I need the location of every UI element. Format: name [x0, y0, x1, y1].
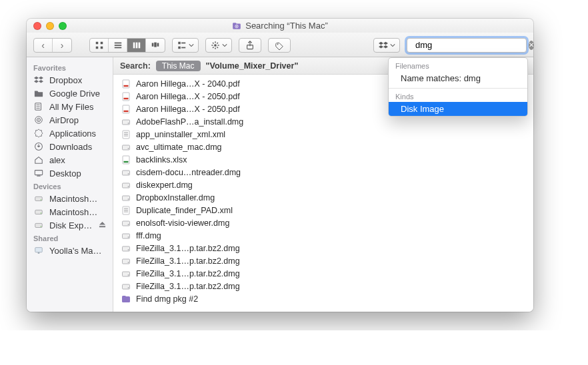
svg-point-86: [128, 262, 129, 263]
svg-rect-5: [95, 41, 98, 44]
sidebar-item-google-drive[interactable]: Google Drive: [27, 87, 113, 100]
file-row[interactable]: Duplicate_finder_PAD.xml: [113, 204, 533, 216]
sidebar-item-yoolla-s-ma-[interactable]: Yoolla's Ma…: [27, 244, 113, 257]
clear-search-button[interactable]: ✕: [529, 41, 534, 50]
file-row[interactable]: fff.dmg: [113, 229, 533, 242]
coverflow-icon: [151, 41, 160, 50]
svg-rect-12: [133, 42, 135, 48]
svg-rect-17: [157, 43, 159, 46]
svg-rect-83: [123, 246, 130, 251]
dmg-file-icon: [121, 117, 131, 127]
view-columns-button[interactable]: [127, 39, 146, 52]
svg-rect-52: [38, 252, 40, 254]
file-row[interactable]: Find dmg pkg #2: [113, 292, 533, 305]
svg-point-50: [41, 226, 42, 227]
sidebar-item-airdrop[interactable]: AirDrop: [27, 113, 113, 127]
pdf-file-icon: [121, 92, 131, 101]
svg-point-22: [214, 44, 217, 47]
sidebar-item-applications[interactable]: Applications: [27, 127, 113, 140]
display-icon: [33, 245, 44, 256]
file-row[interactable]: cisdem-docu…ntreader.dmg: [113, 166, 533, 179]
file-row[interactable]: enolsoft-visio-viewer.dmg: [113, 216, 533, 229]
svg-point-90: [128, 287, 129, 288]
view-list-button[interactable]: [109, 39, 127, 52]
sidebar-section-favorites: Favorites: [27, 61, 113, 73]
sidebar-item-desktop[interactable]: Desktop: [27, 167, 113, 180]
suggestion-group-filenames: Filenames: [389, 58, 527, 71]
action-menu-button[interactable]: [205, 38, 232, 53]
file-row[interactable]: avc_ultimate_mac.dmg: [113, 141, 533, 153]
suggestion-name-matches[interactable]: Name matches: dmg: [389, 71, 527, 85]
file-name: avc_ultimate_mac.dmg: [136, 143, 222, 152]
file-name: FileZilla_3.1…p.tar.bz2.dmg: [136, 269, 240, 278]
sidebar-item-label: alex: [49, 155, 65, 165]
dmg-file-icon: [121, 193, 131, 202]
svg-rect-11: [114, 47, 121, 48]
window-controls: [33, 22, 67, 30]
chevron-down-icon: [189, 41, 194, 50]
sidebar-item-dropbox[interactable]: Dropbox: [27, 73, 113, 87]
sidebar-item-macintosh-[interactable]: Macintosh…: [27, 205, 113, 218]
view-icons-button[interactable]: [90, 39, 109, 52]
back-button[interactable]: ‹: [34, 39, 53, 52]
search-field[interactable]: ✕: [407, 38, 527, 53]
file-row[interactable]: FileZilla_3.1…p.tar.bz2.dmg: [113, 267, 533, 280]
gear-icon: [211, 41, 220, 50]
view-gallery-button[interactable]: [146, 39, 165, 52]
sidebar-section-devices: Devices: [27, 180, 113, 192]
sidebar-item-disk-exp-[interactable]: Disk Exp…: [27, 218, 113, 232]
dropbox-menu-button[interactable]: [373, 38, 400, 53]
svg-rect-10: [114, 45, 121, 46]
file-row[interactable]: diskexpert.dmg: [113, 179, 533, 191]
txt-file-icon: [121, 130, 131, 139]
file-row[interactable]: FileZilla_3.1…p.tar.bz2.dmg: [113, 254, 533, 267]
xls-file-icon: [121, 155, 131, 165]
dmg-file-icon: [121, 282, 131, 291]
file-row[interactable]: app_uninstaller_xml.xml: [113, 128, 533, 141]
file-row[interactable]: backlinks.xlsx: [113, 153, 533, 166]
tags-button[interactable]: [268, 38, 291, 53]
svg-point-66: [128, 148, 129, 149]
file-row[interactable]: AdobeFlashP…a_install.dmg: [113, 115, 533, 128]
pdf-file-icon: [121, 105, 131, 114]
sidebar-item-downloads[interactable]: Downloads: [27, 140, 113, 153]
suggestion-kind-disk-image[interactable]: Disk Image: [389, 102, 527, 116]
svg-point-72: [128, 186, 129, 187]
scope-this-mac[interactable]: This Mac: [156, 61, 201, 71]
minimize-window-button[interactable]: [46, 22, 54, 30]
dmg-file-icon: [121, 143, 131, 152]
dropbox-icon: [33, 75, 44, 85]
search-input[interactable]: [414, 39, 529, 51]
file-name: app_uninstaller_xml.xml: [136, 130, 225, 139]
svg-rect-58: [124, 110, 129, 111]
svg-rect-68: [124, 161, 129, 162]
chevron-down-icon: [222, 41, 227, 50]
file-row[interactable]: DropboxInstaller.dmg: [113, 191, 533, 204]
sidebar-item-label: All My Files: [49, 102, 93, 112]
svg-line-29: [213, 47, 213, 47]
file-row[interactable]: FileZilla_3.1…p.tar.bz2.dmg: [113, 280, 533, 292]
file-name: Find dmg pkg #2: [136, 294, 198, 304]
arrange-menu-button[interactable]: [172, 38, 199, 53]
close-window-button[interactable]: [33, 22, 41, 30]
sidebar-item-macintosh-[interactable]: Macintosh…: [27, 192, 113, 205]
eject-icon[interactable]: [99, 220, 106, 230]
forward-button[interactable]: ›: [53, 39, 71, 52]
grid-icon: [95, 41, 104, 50]
svg-rect-6: [100, 41, 103, 44]
zoom-window-button[interactable]: [59, 22, 67, 30]
svg-line-27: [213, 43, 213, 43]
file-name: AdobeFlashP…a_install.dmg: [136, 117, 243, 127]
dmg-file-icon: [121, 181, 131, 190]
airdrop-icon: [33, 115, 44, 125]
file-row[interactable]: FileZilla_3.1…p.tar.bz2.dmg: [113, 242, 533, 254]
sidebar-item-label: Macintosh…: [49, 194, 97, 204]
sidebar-item-all-my-files[interactable]: All My Files: [27, 100, 113, 113]
hdd-icon: [33, 193, 44, 204]
sidebar-item-alex[interactable]: alex: [27, 153, 113, 167]
file-name: diskexpert.dmg: [136, 181, 193, 190]
scope-current-folder[interactable]: "Volume_Mixer_Driver": [206, 61, 299, 71]
svg-point-60: [128, 123, 129, 124]
svg-point-88: [128, 274, 129, 276]
share-button[interactable]: [239, 38, 261, 53]
